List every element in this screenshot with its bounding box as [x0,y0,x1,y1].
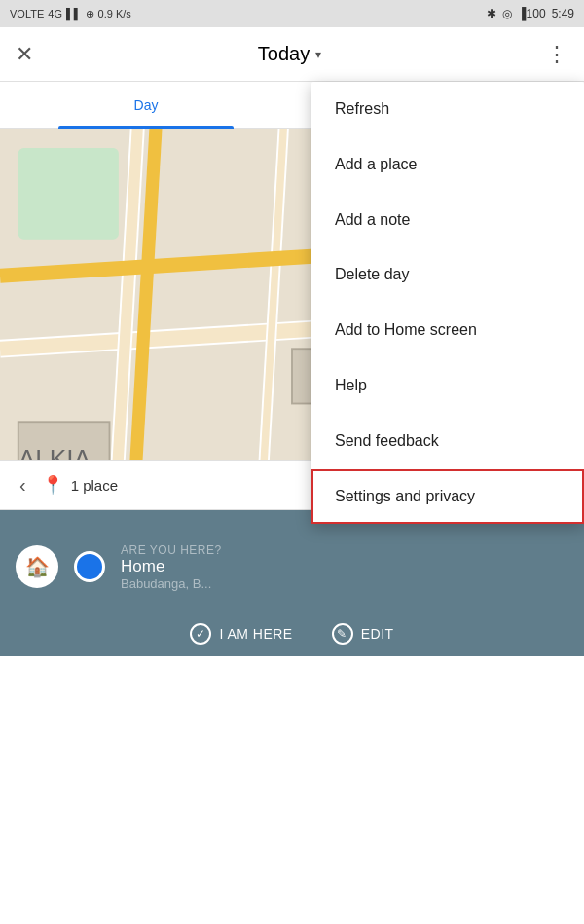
top-bar: ✕ Today ▾ ⋮ [0,27,584,82]
menu-item-add-note[interactable]: Add a note [311,193,584,248]
status-left: VOLTE 4G ▌▌ ⊕ 0.9 K/s [10,8,131,20]
top-bar-title: Today ▾ [33,43,546,65]
status-carrier: VOLTE [10,8,44,19]
edit-button[interactable]: ✎ EDIT [332,623,394,645]
menu-overlay[interactable] [0,82,311,924]
status-network: 4G [48,8,62,19]
location-icon: ◎ [502,7,512,20]
status-signal: ▌▌ [66,8,82,19]
menu-item-help[interactable]: Help [311,358,584,414]
menu-item-settings-privacy[interactable]: Settings and privacy [311,469,584,525]
time-display: 5:49 [552,7,574,20]
menu-item-send-feedback[interactable]: Send feedback [311,414,584,469]
status-right: ✱ ◎ ▐100 5:49 [487,7,574,20]
bluetooth-icon: ✱ [487,7,496,20]
close-button[interactable]: ✕ [16,44,33,65]
more-options-button[interactable]: ⋮ [546,42,568,67]
title-text: Today [258,43,310,65]
edit-icon: ✎ [332,623,353,645]
battery-indicator: ▐100 [518,7,546,20]
status-wifi: ⊕ [86,8,94,20]
menu-item-add-home[interactable]: Add to Home screen [311,303,584,358]
title-dropdown-arrow[interactable]: ▾ [315,48,321,61]
status-bar: VOLTE 4G ▌▌ ⊕ 0.9 K/s ✱ ◎ ▐100 5:49 [0,0,584,27]
menu-item-delete-day[interactable]: Delete day [311,247,584,303]
menu-item-refresh[interactable]: Refresh [311,82,584,137]
menu-item-add-place[interactable]: Add a place [311,137,584,193]
edit-label: EDIT [361,626,394,642]
status-speed: 0.9 K/s [98,8,131,19]
dropdown-menu: Refresh Add a place Add a note Delete da… [311,82,584,524]
